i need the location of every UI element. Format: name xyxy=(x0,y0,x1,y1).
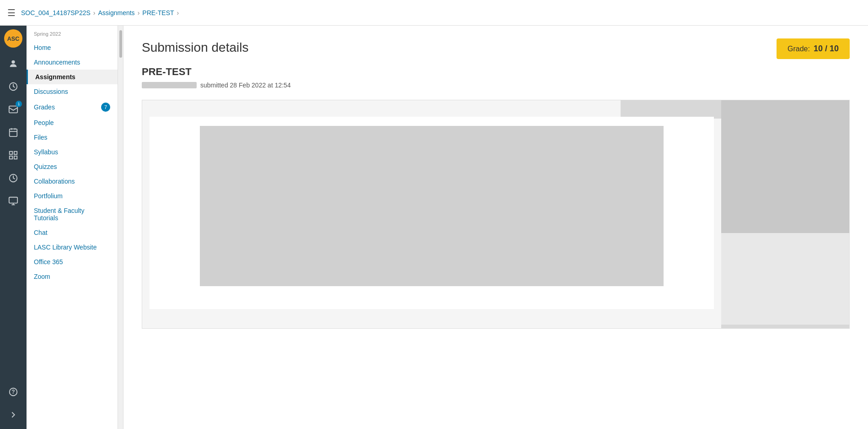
top-bar: ☰ SOC_004_14187SP22S › Assignments › PRE… xyxy=(0,0,868,26)
svg-rect-9 xyxy=(10,152,12,154)
nav-files[interactable]: Files xyxy=(27,130,118,145)
grade-label: Grade: xyxy=(788,45,810,53)
assignment-name: PRE-TEST xyxy=(142,66,850,78)
svg-rect-12 xyxy=(14,156,17,159)
inbox-badge: 1 xyxy=(16,101,22,107)
svg-rect-14 xyxy=(9,197,17,203)
svg-rect-5 xyxy=(10,129,17,137)
submission-date: submitted 28 Feb 2022 at 12:54 xyxy=(200,81,291,89)
nav-home[interactable]: Home xyxy=(27,40,118,55)
page-title: Submission details xyxy=(142,40,850,55)
breadcrumb-course[interactable]: SOC_004_14187SP22S xyxy=(21,9,91,16)
dashboard-icon[interactable] xyxy=(3,145,24,166)
breadcrumb-sep-3: › xyxy=(177,9,179,16)
preview-toolbar xyxy=(621,100,721,119)
svg-text:?: ? xyxy=(11,389,15,395)
nav-assignments[interactable]: Assignments xyxy=(27,70,118,84)
calendar-icon[interactable] xyxy=(3,122,24,143)
svg-rect-10 xyxy=(14,152,17,154)
svg-rect-11 xyxy=(10,156,12,159)
preview-main-area xyxy=(142,100,721,328)
scrollbar-thumb[interactable] xyxy=(119,30,122,58)
history-icon[interactable] xyxy=(3,168,24,189)
hamburger-menu[interactable]: ☰ xyxy=(7,7,16,18)
semester-label: Spring 2022 xyxy=(27,31,118,40)
grades-badge: 7 xyxy=(101,103,110,112)
icon-sidebar: ASC 1 ? xyxy=(0,26,27,429)
svg-point-2 xyxy=(11,60,15,64)
nav-portfolium[interactable]: Portfolium xyxy=(27,189,118,203)
nav-library[interactable]: LASC Library Website xyxy=(27,240,118,255)
breadcrumb-pretest[interactable]: PRE-TEST xyxy=(142,9,174,16)
nav-announcements[interactable]: Announcements xyxy=(27,55,118,70)
student-name-redacted xyxy=(142,82,197,88)
nav-chat[interactable]: Chat xyxy=(27,225,118,240)
recent-icon[interactable] xyxy=(3,76,24,97)
sidebar-scrollbar[interactable] xyxy=(118,26,123,429)
preview-document xyxy=(150,117,714,309)
nav-people[interactable]: People xyxy=(27,115,118,130)
svg-text:ASC: ASC xyxy=(7,36,20,42)
svg-rect-4 xyxy=(9,106,17,113)
content-area: Grade: 10 / 10 Submission details PRE-TE… xyxy=(123,26,868,429)
main-layout: ASC 1 ? Spr xyxy=(0,26,868,429)
logo: ASC xyxy=(4,29,22,48)
inbox-icon[interactable]: 1 xyxy=(3,99,24,120)
help-icon[interactable]: ? xyxy=(3,381,24,402)
preview-right-panel xyxy=(721,100,849,328)
submission-preview xyxy=(142,100,850,329)
nav-collaborations[interactable]: Collaborations xyxy=(27,174,118,189)
commons-icon[interactable] xyxy=(3,190,24,212)
nav-syllabus[interactable]: Syllabus xyxy=(27,145,118,159)
breadcrumb-assignments[interactable]: Assignments xyxy=(98,9,134,16)
submission-meta: submitted 28 Feb 2022 at 12:54 xyxy=(142,81,850,89)
user-icon[interactable] xyxy=(3,53,24,74)
nav-quizzes[interactable]: Quizzes xyxy=(27,159,118,174)
grade-value: 10 / 10 xyxy=(814,44,839,54)
course-sidebar: Spring 2022 Home Announcements Assignmen… xyxy=(27,26,118,429)
breadcrumb-sep-2: › xyxy=(138,9,140,16)
collapse-arrow[interactable] xyxy=(3,404,24,425)
nav-tutorials[interactable]: Student & Faculty Tutorials xyxy=(27,203,118,225)
breadcrumb: SOC_004_14187SP22S › Assignments › PRE-T… xyxy=(21,9,179,16)
preview-doc-image xyxy=(200,126,664,286)
grade-badge: Grade: 10 / 10 xyxy=(777,38,850,59)
nav-discussions[interactable]: Discussions xyxy=(27,84,118,99)
nav-grades[interactable]: Grades 7 xyxy=(27,99,118,115)
breadcrumb-sep-1: › xyxy=(93,9,96,16)
nav-zoom[interactable]: Zoom xyxy=(27,269,118,284)
preview-panel-bottom xyxy=(721,233,849,325)
preview-panel-top xyxy=(721,100,849,233)
nav-office365[interactable]: Office 365 xyxy=(27,255,118,269)
